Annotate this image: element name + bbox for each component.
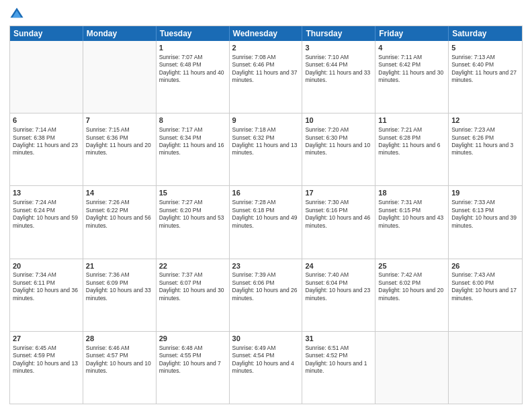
day-info: Sunrise: 7:39 AM Sunset: 6:06 PM Dayligh… <box>232 271 300 302</box>
day-info: Sunrise: 6:45 AM Sunset: 4:59 PM Dayligh… <box>13 345 80 375</box>
day-cell-22: 22Sunrise: 7:37 AM Sunset: 6:07 PM Dayli… <box>157 259 230 331</box>
logo-icon <box>9 7 24 21</box>
day-info: Sunrise: 7:17 AM Sunset: 6:34 PM Dayligh… <box>159 126 226 157</box>
day-number: 5 <box>451 43 519 53</box>
page: SundayMondayTuesdayWednesdayThursdayFrid… <box>0 0 532 411</box>
day-cell-23: 23Sunrise: 7:39 AM Sunset: 6:06 PM Dayli… <box>230 259 303 331</box>
day-cell-14: 14Sunrise: 7:26 AM Sunset: 6:22 PM Dayli… <box>83 186 157 258</box>
day-number: 28 <box>86 334 153 344</box>
day-number: 8 <box>159 116 226 126</box>
weekday-header-friday: Friday <box>375 26 449 41</box>
day-info: Sunrise: 7:33 AM Sunset: 6:13 PM Dayligh… <box>451 199 519 230</box>
day-number: 16 <box>232 188 300 198</box>
day-info: Sunrise: 7:26 AM Sunset: 6:22 PM Dayligh… <box>86 199 153 230</box>
day-number: 7 <box>86 116 153 126</box>
day-cell-11: 11Sunrise: 7:21 AM Sunset: 6:28 PM Dayli… <box>375 113 449 185</box>
day-cell-15: 15Sunrise: 7:27 AM Sunset: 6:20 PM Dayli… <box>157 186 230 258</box>
day-cell-25: 25Sunrise: 7:42 AM Sunset: 6:02 PM Dayli… <box>375 259 449 331</box>
day-number: 12 <box>451 116 519 126</box>
calendar-row-3: 20Sunrise: 7:34 AM Sunset: 6:11 PM Dayli… <box>10 259 522 331</box>
day-info: Sunrise: 6:48 AM Sunset: 4:55 PM Dayligh… <box>159 345 226 375</box>
day-info: Sunrise: 7:13 AM Sunset: 6:40 PM Dayligh… <box>451 54 519 85</box>
header <box>9 7 523 21</box>
calendar-header: SundayMondayTuesdayWednesdayThursdayFrid… <box>10 26 522 41</box>
calendar-row-2: 13Sunrise: 7:24 AM Sunset: 6:24 PM Dayli… <box>10 185 522 258</box>
day-number: 31 <box>305 334 372 344</box>
day-number: 24 <box>305 261 372 271</box>
day-number: 15 <box>159 188 226 198</box>
day-cell-17: 17Sunrise: 7:30 AM Sunset: 6:16 PM Dayli… <box>302 186 375 258</box>
day-info: Sunrise: 7:31 AM Sunset: 6:15 PM Dayligh… <box>378 199 445 230</box>
day-number: 26 <box>451 261 519 271</box>
day-number: 20 <box>13 261 80 271</box>
day-cell-6: 6Sunrise: 7:14 AM Sunset: 6:38 PM Daylig… <box>10 113 83 185</box>
day-number: 14 <box>86 188 153 198</box>
day-number: 27 <box>13 334 80 344</box>
day-info: Sunrise: 7:27 AM Sunset: 6:20 PM Dayligh… <box>159 199 226 230</box>
logo <box>9 7 27 21</box>
day-info: Sunrise: 7:34 AM Sunset: 6:11 PM Dayligh… <box>13 271 80 302</box>
day-cell-30: 30Sunrise: 6:49 AM Sunset: 4:54 PM Dayli… <box>230 332 303 404</box>
day-number: 25 <box>378 261 445 271</box>
day-number: 2 <box>232 43 300 53</box>
day-number: 6 <box>13 116 80 126</box>
weekday-header-thursday: Thursday <box>302 26 375 41</box>
calendar-row-1: 6Sunrise: 7:14 AM Sunset: 6:38 PM Daylig… <box>10 113 522 185</box>
weekday-header-wednesday: Wednesday <box>230 26 303 41</box>
empty-cell <box>449 332 522 404</box>
calendar-row-4: 27Sunrise: 6:45 AM Sunset: 4:59 PM Dayli… <box>10 331 522 404</box>
day-info: Sunrise: 6:51 AM Sunset: 4:52 PM Dayligh… <box>305 345 372 375</box>
calendar-body: 1Sunrise: 7:07 AM Sunset: 6:48 PM Daylig… <box>10 41 522 404</box>
day-number: 19 <box>451 188 519 198</box>
day-info: Sunrise: 7:30 AM Sunset: 6:16 PM Dayligh… <box>305 199 372 230</box>
empty-cell <box>10 41 83 113</box>
day-number: 10 <box>305 116 372 126</box>
day-number: 11 <box>378 116 445 126</box>
weekday-header-monday: Monday <box>83 26 157 41</box>
day-info: Sunrise: 7:18 AM Sunset: 6:32 PM Dayligh… <box>232 126 300 157</box>
day-cell-7: 7Sunrise: 7:15 AM Sunset: 6:36 PM Daylig… <box>83 113 157 185</box>
day-info: Sunrise: 7:07 AM Sunset: 6:48 PM Dayligh… <box>159 54 226 85</box>
day-cell-5: 5Sunrise: 7:13 AM Sunset: 6:40 PM Daylig… <box>449 41 522 113</box>
day-info: Sunrise: 7:21 AM Sunset: 6:28 PM Dayligh… <box>378 126 445 157</box>
day-info: Sunrise: 6:46 AM Sunset: 4:57 PM Dayligh… <box>86 345 153 375</box>
day-info: Sunrise: 7:37 AM Sunset: 6:07 PM Dayligh… <box>159 271 226 302</box>
day-cell-21: 21Sunrise: 7:36 AM Sunset: 6:09 PM Dayli… <box>83 259 157 331</box>
day-cell-2: 2Sunrise: 7:08 AM Sunset: 6:46 PM Daylig… <box>230 41 303 113</box>
day-cell-20: 20Sunrise: 7:34 AM Sunset: 6:11 PM Dayli… <box>10 259 83 331</box>
day-cell-12: 12Sunrise: 7:23 AM Sunset: 6:26 PM Dayli… <box>449 113 522 185</box>
day-info: Sunrise: 7:14 AM Sunset: 6:38 PM Dayligh… <box>13 126 80 157</box>
day-number: 21 <box>86 261 153 271</box>
day-cell-29: 29Sunrise: 6:48 AM Sunset: 4:55 PM Dayli… <box>157 332 230 404</box>
day-number: 9 <box>232 116 300 126</box>
day-info: Sunrise: 7:10 AM Sunset: 6:44 PM Dayligh… <box>305 54 372 85</box>
day-info: Sunrise: 7:42 AM Sunset: 6:02 PM Dayligh… <box>378 271 445 302</box>
day-info: Sunrise: 7:20 AM Sunset: 6:30 PM Dayligh… <box>305 126 372 157</box>
day-cell-28: 28Sunrise: 6:46 AM Sunset: 4:57 PM Dayli… <box>83 332 157 404</box>
day-cell-1: 1Sunrise: 7:07 AM Sunset: 6:48 PM Daylig… <box>157 41 230 113</box>
weekday-header-sunday: Sunday <box>10 26 83 41</box>
day-info: Sunrise: 7:11 AM Sunset: 6:42 PM Dayligh… <box>378 54 445 85</box>
weekday-header-saturday: Saturday <box>449 26 522 41</box>
day-cell-19: 19Sunrise: 7:33 AM Sunset: 6:13 PM Dayli… <box>449 186 522 258</box>
day-info: Sunrise: 7:40 AM Sunset: 6:04 PM Dayligh… <box>305 271 372 302</box>
day-cell-24: 24Sunrise: 7:40 AM Sunset: 6:04 PM Dayli… <box>302 259 375 331</box>
calendar: SundayMondayTuesdayWednesdayThursdayFrid… <box>9 26 523 404</box>
day-cell-9: 9Sunrise: 7:18 AM Sunset: 6:32 PM Daylig… <box>230 113 303 185</box>
day-info: Sunrise: 6:49 AM Sunset: 4:54 PM Dayligh… <box>232 345 300 375</box>
day-number: 3 <box>305 43 372 53</box>
day-number: 4 <box>378 43 445 53</box>
day-cell-31: 31Sunrise: 6:51 AM Sunset: 4:52 PM Dayli… <box>302 332 375 404</box>
day-cell-8: 8Sunrise: 7:17 AM Sunset: 6:34 PM Daylig… <box>157 113 230 185</box>
weekday-header-tuesday: Tuesday <box>157 26 230 41</box>
day-number: 30 <box>232 334 300 344</box>
day-number: 29 <box>159 334 226 344</box>
calendar-row-0: 1Sunrise: 7:07 AM Sunset: 6:48 PM Daylig… <box>10 41 522 113</box>
day-cell-3: 3Sunrise: 7:10 AM Sunset: 6:44 PM Daylig… <box>302 41 375 113</box>
day-info: Sunrise: 7:08 AM Sunset: 6:46 PM Dayligh… <box>232 54 300 85</box>
day-number: 13 <box>13 188 80 198</box>
day-number: 1 <box>159 43 226 53</box>
day-info: Sunrise: 7:24 AM Sunset: 6:24 PM Dayligh… <box>13 199 80 230</box>
day-info: Sunrise: 7:23 AM Sunset: 6:26 PM Dayligh… <box>451 126 519 157</box>
day-info: Sunrise: 7:36 AM Sunset: 6:09 PM Dayligh… <box>86 271 153 302</box>
